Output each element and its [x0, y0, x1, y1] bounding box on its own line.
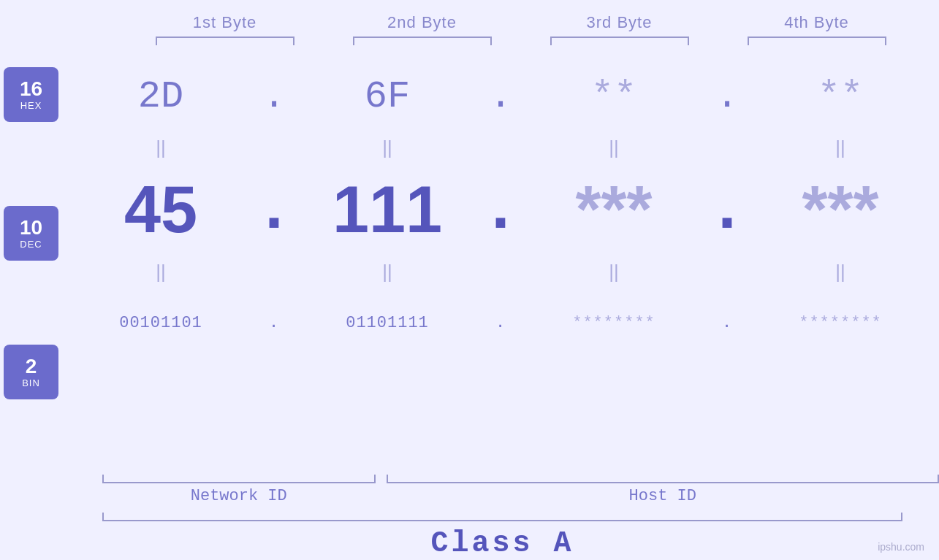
bracket-byte3 [521, 37, 718, 45]
hex-cell-3: ** [515, 75, 712, 118]
network-bracket [102, 475, 376, 483]
bin-cell-2: 01101111 [289, 314, 486, 332]
eq2-cell-3: || [515, 261, 712, 283]
hex-badge: 16 HEX [4, 67, 58, 122]
byte-headers: 1st Byte 2nd Byte 3rd Byte 4th Byte [0, 0, 939, 32]
host-id-label: Host ID [387, 487, 939, 505]
bracket-line-4 [748, 37, 886, 45]
eq2-cell-1: || [62, 261, 259, 283]
byte3-header: 3rd Byte [521, 13, 718, 32]
hex-value-1: 2D [138, 75, 183, 118]
top-brackets [0, 37, 939, 45]
bin-cell-1: 00101101 [62, 314, 259, 332]
watermark: ipshu.com [878, 541, 924, 553]
eq1-4: || [835, 137, 845, 159]
eq2-4: || [835, 261, 845, 283]
dec-cell-4: *** [742, 172, 939, 248]
dec-badge: 10 DEC [4, 206, 58, 261]
bracket-line-3 [550, 37, 689, 45]
class-label-row: Class A [102, 527, 902, 560]
dec-badge-num: 10 [20, 217, 42, 239]
network-id-label: Network ID [102, 487, 376, 505]
bin-badge-num: 2 [26, 356, 37, 378]
class-label: Class A [430, 527, 574, 560]
dec-dot-2: . [486, 172, 515, 248]
eq2-cell-4: || [742, 261, 939, 283]
eq1-cell-1: || [62, 137, 259, 159]
bracket-byte1 [126, 37, 324, 45]
byte1-header: 1st Byte [126, 13, 324, 32]
hex-value-4: ** [818, 75, 863, 118]
bottom-brackets [102, 475, 939, 483]
bin-dot-1: . [259, 314, 289, 332]
byte2-header: 2nd Byte [324, 13, 521, 32]
bin-dot-3: . [712, 314, 742, 332]
badges-column: 16 HEX 10 DEC 2 BIN [0, 60, 62, 399]
bracket-byte2 [324, 37, 521, 45]
equals-row-2: || || || || [62, 253, 939, 290]
eq2-cell-2: || [289, 261, 486, 283]
bin-value-2: 01101111 [346, 314, 429, 332]
eq2-2: || [382, 261, 392, 283]
hex-badge-num: 16 [20, 78, 42, 101]
hex-badge-label: HEX [20, 100, 42, 111]
bracket-line-2 [353, 37, 492, 45]
dec-dot-3: . [712, 172, 742, 248]
dec-cell-2: 111 [289, 172, 486, 248]
dec-cell-3: *** [515, 172, 712, 248]
bin-cell-3: ******** [515, 314, 712, 332]
dec-row: 45 . 111 . *** . *** [62, 166, 939, 253]
dec-badge-label: DEC [20, 239, 42, 250]
class-bracket [102, 513, 902, 521]
eq1-cell-3: || [515, 137, 712, 159]
bin-value-4: ******** [799, 314, 882, 332]
hex-cell-4: ** [742, 75, 939, 118]
hex-cell-2: 6F [289, 75, 486, 118]
dec-dot-1: . [259, 172, 289, 248]
equals-row-1: || || || || [62, 129, 939, 166]
bottom-labels: Network ID Host ID [102, 487, 939, 505]
hex-dot-3: . [712, 75, 742, 118]
bracket-line-1 [156, 37, 294, 45]
eq2-3: || [609, 261, 619, 283]
bin-badge: 2 BIN [4, 345, 58, 399]
eq1-2: || [382, 137, 392, 159]
dec-cell-1: 45 [62, 172, 259, 248]
eq1-1: || [156, 137, 166, 159]
bin-dot-2: . [486, 314, 515, 332]
hex-cell-1: 2D [62, 75, 259, 118]
main-container: 1st Byte 2nd Byte 3rd Byte 4th Byte 16 H… [0, 0, 939, 560]
host-bracket [387, 475, 939, 483]
hex-row: 2D . 6F . ** . ** [62, 64, 939, 129]
eq1-cell-4: || [742, 137, 939, 159]
bin-row: 00101101 . 01101111 . ******** . [62, 290, 939, 356]
bin-badge-label: BIN [22, 377, 40, 388]
class-row: Class A [0, 513, 939, 560]
dec-value-2: 111 [332, 172, 442, 248]
data-area: 2D . 6F . ** . ** [62, 60, 939, 356]
dec-value-3: *** [575, 172, 652, 248]
eq1-3: || [609, 137, 619, 159]
content-area: 16 HEX 10 DEC 2 BIN 2D . [0, 60, 939, 471]
bin-value-1: 00101101 [119, 314, 202, 332]
bracket-byte4 [718, 37, 916, 45]
hex-dot-1: . [259, 75, 289, 118]
bottom-section: Network ID Host ID [0, 475, 939, 505]
hex-value-3: ** [591, 75, 636, 118]
eq2-1: || [156, 261, 166, 283]
eq1-cell-2: || [289, 137, 486, 159]
byte4-header: 4th Byte [718, 13, 916, 32]
hex-value-2: 6F [365, 75, 410, 118]
hex-dot-2: . [486, 75, 515, 118]
dec-value-1: 45 [124, 172, 197, 248]
dec-value-4: *** [802, 172, 878, 248]
bin-cell-4: ******** [742, 314, 939, 332]
bin-value-3: ******** [572, 314, 655, 332]
